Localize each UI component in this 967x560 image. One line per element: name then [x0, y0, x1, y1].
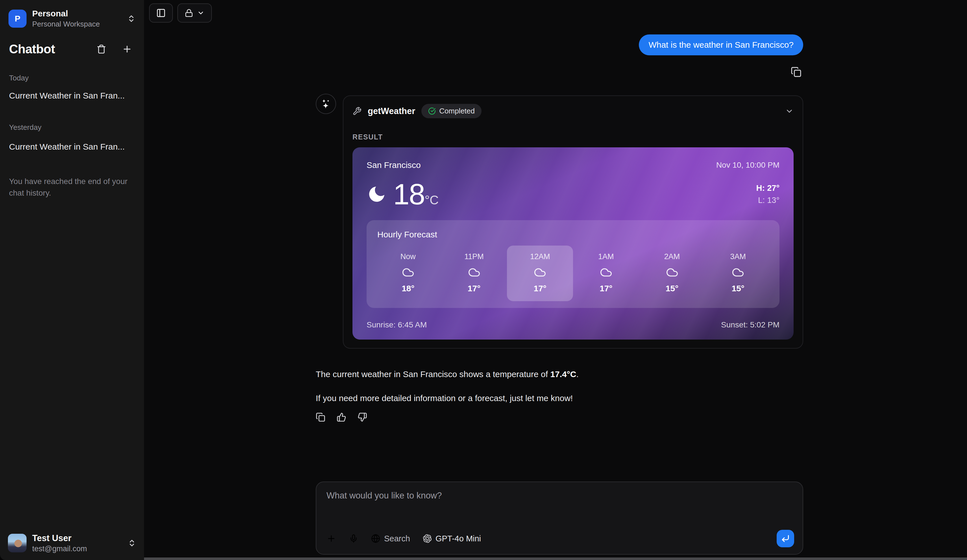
attach-button[interactable] — [327, 534, 336, 544]
app: P Personal Personal Workspace Chatbot — [0, 0, 967, 560]
hour-time: 12AM — [530, 252, 550, 261]
thumbs-down-icon — [358, 412, 367, 422]
hour-column: Now 18° — [375, 245, 441, 301]
cloud-icon — [732, 266, 744, 278]
copy-icon — [316, 412, 325, 422]
cloud-icon — [468, 266, 480, 278]
return-arrow-icon — [781, 534, 790, 543]
hour-temp: 18° — [402, 284, 414, 293]
status-badge: Completed — [421, 104, 482, 118]
workspace-selector[interactable]: P Personal Personal Workspace — [0, 0, 144, 28]
copy-message-button[interactable] — [791, 67, 802, 77]
check-circle-icon — [428, 107, 436, 115]
hour-time: 2AM — [664, 252, 680, 261]
assistant-text-before: The current weather in San Francisco sho… — [316, 369, 550, 379]
sunrise-label: Sunrise: 6:45 AM — [366, 320, 427, 329]
moon-icon — [366, 184, 387, 204]
hour-temp: 17° — [599, 284, 612, 293]
user-message-bubble: What is the weather in San Francisco? — [639, 35, 803, 55]
web-search-toggle[interactable]: Search — [371, 534, 410, 544]
hour-temp: 17° — [533, 284, 546, 293]
trash-icon — [97, 44, 106, 54]
user-message-actions — [316, 67, 803, 77]
composer: Search GPT-4o Mini — [316, 481, 803, 555]
sidebar-header-actions — [97, 44, 132, 54]
sunset-label: Sunset: 5:02 PM — [721, 320, 779, 329]
user-avatar — [8, 534, 26, 552]
weather-current: 18°C H: 27° L: 13° — [366, 180, 779, 209]
history-item-yesterday[interactable]: Current Weather in San Fran... — [9, 142, 135, 152]
tool-call-header[interactable]: getWeather Completed — [353, 104, 794, 118]
mic-button[interactable] — [349, 534, 358, 543]
weather-high-low: H: 27° L: 13° — [756, 182, 779, 207]
assistant-paragraph: The current weather in San Francisco sho… — [316, 368, 803, 380]
history-end-message: You have reached the end of your chat hi… — [9, 176, 128, 199]
history-section-label: Today — [9, 74, 135, 82]
cloud-icon — [666, 266, 678, 278]
panel-left-icon — [156, 8, 166, 18]
assistant-text-bold: 17.4°C — [550, 369, 576, 379]
hour-column: 2AM 15° — [639, 245, 705, 301]
weather-header: San Francisco Nov 10, 10:00 PM — [366, 160, 779, 170]
user-email: test@gmail.com — [32, 545, 122, 553]
hour-column: 3AM 15° — [705, 245, 771, 301]
tool-name: getWeather — [368, 106, 415, 116]
search-label: Search — [384, 534, 410, 544]
model-selector[interactable]: GPT-4o Mini — [423, 534, 481, 544]
microphone-icon — [349, 534, 358, 543]
history-item-today[interactable]: Current Weather in San Fran... — [9, 91, 135, 100]
hourly-forecast-panel: Hourly Forecast Now 18° 11PM — [366, 220, 779, 308]
workspace-name: Personal — [32, 8, 121, 19]
weather-datetime: Nov 10, 10:00 PM — [716, 161, 779, 170]
hour-time: 3AM — [730, 252, 746, 261]
assistant-avatar — [316, 94, 336, 114]
tool-call-card: getWeather Completed — [343, 96, 803, 349]
visibility-dropdown[interactable] — [177, 3, 212, 23]
chevron-down-icon — [197, 9, 205, 16]
model-label: GPT-4o Mini — [436, 534, 481, 544]
like-button[interactable] — [337, 412, 346, 422]
plus-icon — [122, 44, 132, 54]
bottom-scrollbar[interactable] — [144, 557, 967, 560]
sparkles-icon — [320, 98, 332, 110]
dislike-button[interactable] — [358, 412, 367, 422]
send-button[interactable] — [777, 530, 794, 547]
delete-chats-button[interactable] — [97, 44, 106, 54]
main-content: What is the weather in San Francisco? — [144, 0, 967, 560]
hourly-columns: Now 18° 11PM 17° 12AM — [375, 245, 771, 301]
sidebar-toggle-button[interactable] — [149, 3, 173, 23]
composer-toolbar: Search GPT-4o Mini — [327, 530, 794, 547]
thumbs-up-icon — [337, 412, 346, 422]
top-toolbar — [149, 3, 212, 23]
workspace-avatar: P — [8, 10, 26, 28]
status-label: Completed — [439, 107, 475, 115]
assistant-message-text: The current weather in San Francisco sho… — [316, 368, 803, 405]
cloud-icon — [600, 266, 612, 278]
assistant-paragraph: If you need more detailed information or… — [316, 392, 803, 405]
new-chat-button[interactable] — [122, 44, 132, 54]
chevron-down-icon — [785, 107, 794, 115]
hour-temp: 17° — [468, 284, 480, 293]
history-section-label: Yesterday — [9, 123, 135, 132]
weather-high: H: 27° — [756, 182, 779, 194]
weather-low: L: 13° — [756, 194, 779, 207]
assistant-message-actions — [316, 412, 803, 422]
account-switcher-icon — [128, 539, 136, 547]
result-label: RESULT — [353, 133, 794, 141]
lock-icon — [185, 9, 193, 17]
copy-response-button[interactable] — [316, 412, 325, 422]
weather-city: San Francisco — [366, 160, 421, 170]
tool-collapse-button[interactable] — [785, 107, 794, 115]
workspace-subtitle: Personal Workspace — [32, 20, 121, 28]
globe-icon — [371, 534, 380, 543]
wrench-icon — [353, 107, 361, 116]
openai-logo-icon — [423, 534, 432, 543]
workspace-switcher-icon — [127, 15, 135, 23]
plus-icon — [327, 534, 336, 544]
sidebar: P Personal Personal Workspace Chatbot — [0, 0, 144, 560]
sun-times: Sunrise: 6:45 AM Sunset: 5:02 PM — [366, 320, 779, 329]
user-name: Test User — [32, 533, 122, 544]
account-selector[interactable]: Test User test@gmail.com — [8, 533, 136, 553]
message-input[interactable] — [327, 491, 792, 524]
sidebar-header: Chatbot — [9, 42, 132, 56]
